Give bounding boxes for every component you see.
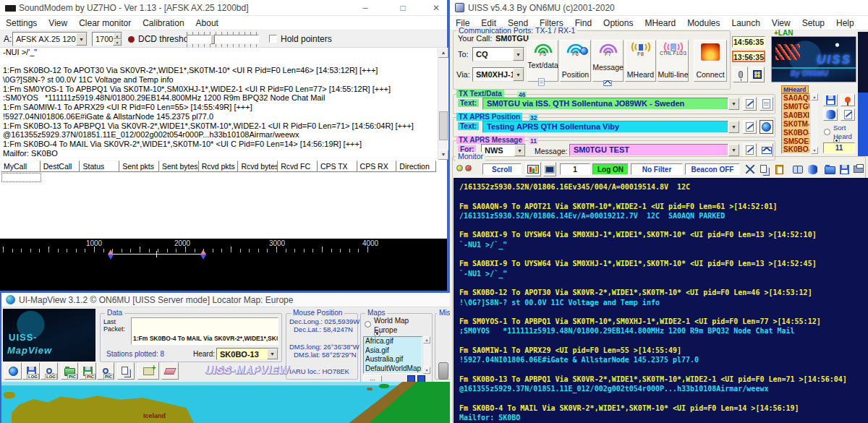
voice-button[interactable] [733,67,748,82]
tx-msg-input[interactable]: SM0TGU TEST [569,144,728,156]
maximize-button[interactable]: □ [392,3,414,13]
sort-radio[interactable] [824,129,830,135]
mh-item[interactable]: SK0TM-10 [782,120,809,129]
slider-thumb[interactable] [210,34,215,44]
modem-mode-select[interactable]: AFSK AX.25 1200bd ▼ [12,32,88,46]
stats-button[interactable] [525,162,541,176]
th[interactable]: Rcvd pkts [199,161,239,172]
chevron-down-icon[interactable]: ▼ [513,48,524,61]
mheard-save-button[interactable] [823,94,838,106]
map-file[interactable]: DefaultWorldMap.jpg [364,364,422,374]
uiss-titlebar[interactable]: UISS v5.4.3 By ON6MU (c)2001-2020 [450,0,868,16]
soundmodem-titlebar[interactable]: SoundModem by UZ7HO - Ver 1.13 - [AFSK A… [0,0,447,16]
uiss-monitor[interactable]: /161352z5930.52N/01806.16Ev345/004/A=000… [454,178,868,423]
open-log-icon[interactable] [823,163,836,176]
th[interactable]: MyCall [1,161,41,172]
edit-text-button[interactable] [743,97,757,111]
chevron-down-icon[interactable]: ▼ [267,349,278,359]
send-message-button[interactable] [760,143,773,157]
chevron-down-icon[interactable]: ▼ [728,98,739,110]
map-files-scrollbar[interactable]: ▲ ▼ [422,336,430,374]
paste-icon[interactable] [773,163,786,176]
mi[interactable]: Calibration [137,18,190,28]
mheard-list[interactable]: SA0AQN-9SM0TGUSA0BXI-9SK0TM-10SK0BO-1SM5… [781,93,810,154]
map-files-list[interactable]: Africa.gifAsia.gifAustralia.gifDefaultWo… [363,336,422,374]
log-toggle[interactable]: Log ON [592,163,629,175]
th[interactable]: CPS RX [357,161,397,172]
mi[interactable]: Modules [681,18,726,28]
screen-button[interactable] [543,162,556,176]
scroll-up-icon[interactable]: ▲ [811,93,818,101]
mh-item[interactable]: SK0BO-1 [782,129,809,137]
close-button[interactable]: ✕ [425,3,447,13]
connect-button[interactable]: Connect [694,40,727,82]
mi[interactable]: About [190,18,224,28]
edit-message-button[interactable] [743,143,757,157]
mh-item[interactable]: SA0AQN-9 [782,94,809,103]
mheard-report-button[interactable] [841,108,855,121]
scroll-up-icon[interactable]: ▲ [423,336,430,343]
waterfall-display[interactable]: 1000 2000 3000 4000 [0,239,447,291]
mh-item[interactable]: SK0BO-12 [782,145,809,154]
filter-toggle[interactable]: No Filter [631,163,683,175]
copy-icon[interactable] [117,362,135,380]
port-number-box[interactable]: 1 [560,163,590,175]
save-log-icon[interactable]: LOG [22,362,40,380]
print-icon[interactable] [852,163,865,176]
tx-text-input[interactable]: SM0TGU via ISS. QTH Sollentuna JO89WK - … [482,98,728,110]
multiline-text-button[interactable] [760,97,773,111]
misc-tool-icon[interactable] [438,362,448,380]
th[interactable]: Direction [396,161,436,172]
text-data-button[interactable]: F5 Text/data [527,40,558,82]
mi[interactable]: Settings [0,18,43,28]
mheard-map-button[interactable] [841,94,855,106]
minimize-button[interactable]: – [354,3,376,13]
open-log-icon[interactable] [4,362,22,380]
dcd-threshold-slider[interactable] [187,35,259,43]
mapview-titlebar[interactable]: UI-MapView 3.1.2 © ON6MU [UISS Server mo… [1,293,456,307]
chevron-down-icon[interactable]: ▼ [728,144,739,156]
scroll-down-icon[interactable]: ▼ [438,150,448,160]
mh-item[interactable]: SM5OEM-3 [782,137,809,146]
heard-select[interactable]: SK0BO-13 ▼ [216,348,278,360]
th[interactable]: Sent bytes [159,161,199,172]
scroll-down-icon[interactable]: ▼ [811,147,818,154]
find-pic-icon[interactable]: PIC [97,362,114,380]
map-file[interactable]: Asia.gif [364,346,422,356]
hold-pointers-checkbox[interactable] [269,35,277,43]
mi[interactable]: MHeard [639,18,681,28]
th[interactable]: Status [80,161,119,172]
save-pic-icon[interactable]: PIC [79,362,96,380]
mheard-button[interactable]: F8 MHeard [625,40,656,82]
eraser-icon[interactable] [161,362,179,380]
mi[interactable]: Options [597,18,639,28]
map-file[interactable]: Africa.gif [364,337,422,346]
copy-icon[interactable] [758,163,771,176]
find-log-icon[interactable]: LOG [41,362,58,380]
find-icon[interactable] [791,163,804,176]
th[interactable]: DestCall [41,161,80,172]
th[interactable]: Rcvd FC [278,161,318,172]
mi[interactable]: Launch [726,18,765,28]
center-freq-stepper[interactable]: 1700 ▲ ▼ [92,32,122,46]
th[interactable]: Rcvd bytes [238,161,278,172]
mi[interactable]: Setup [796,18,830,28]
mh-item[interactable]: SA0BXI-9 [782,111,809,120]
th[interactable]: CPS TX [318,161,357,172]
scrollbar-thumb[interactable] [439,111,448,140]
th[interactable]: Sent pkts [119,161,159,172]
cut-icon[interactable] [744,163,757,176]
to-select[interactable]: CQ ▼ [472,47,524,61]
mheard-scrollbar[interactable]: ▲ ▼ [810,93,818,154]
spin-up-icon[interactable]: ▲ [113,33,122,39]
spin-down-icon[interactable]: ▼ [113,39,122,46]
msg-for-select[interactable]: NWS ▼ [481,144,526,157]
chevron-down-icon[interactable]: ▼ [76,33,87,46]
table-focused-cell[interactable] [1,173,41,182]
scroll-up-icon[interactable]: ▲ [438,48,448,58]
mh-item[interactable]: SM0TGU [782,103,809,111]
position-globe-button[interactable] [760,120,773,134]
message-button[interactable]: F7 Message [592,40,624,82]
save-log-icon[interactable] [838,163,851,176]
chevron-down-icon[interactable]: ▼ [514,145,525,156]
